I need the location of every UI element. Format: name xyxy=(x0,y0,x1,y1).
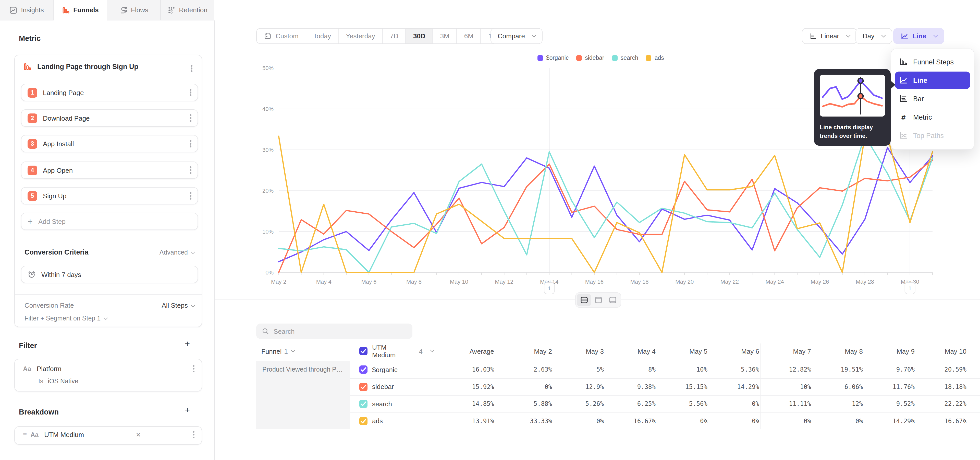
tab-retention[interactable]: Retention xyxy=(161,0,215,21)
column-header[interactable]: May 5 xyxy=(655,347,708,355)
funnel-step-4[interactable]: 4 App Open xyxy=(21,161,198,179)
menu-item-line[interactable]: Line xyxy=(895,72,970,89)
chevron-down-icon xyxy=(846,33,851,37)
insights-icon xyxy=(9,6,18,14)
tab-label: Funnels xyxy=(73,6,99,14)
chevron-down-icon xyxy=(291,348,295,352)
cell-value: 22.22% xyxy=(915,401,966,407)
breakdown-column-selector[interactable]: UTM Medium4 xyxy=(350,343,434,359)
filter-segment-toggle[interactable]: Filter + Segment on Step 1 xyxy=(24,315,107,322)
range-7d[interactable]: 7D xyxy=(383,29,406,43)
menu-item-metric[interactable]: # Metric xyxy=(895,109,970,126)
column-header[interactable]: May 4 xyxy=(604,347,655,355)
table-row[interactable]: ads13.91%33.33%0%16.67%0%0%0%0%14.29%16.… xyxy=(256,412,980,429)
menu-item-bar[interactable]: Bar xyxy=(895,90,970,107)
average-value: 13.91% xyxy=(434,418,500,425)
tab-insights[interactable]: Insights xyxy=(0,0,54,21)
cell-value: 19.51% xyxy=(811,366,863,373)
series-checkbox[interactable] xyxy=(360,383,368,391)
add-filter-button[interactable]: + xyxy=(185,339,190,348)
breakdown-card[interactable]: ≡ Aa UTM Medium ✕ xyxy=(14,426,202,445)
series-checkbox[interactable] xyxy=(360,366,368,374)
svg-text:1: 1 xyxy=(548,285,551,292)
range-3m[interactable]: 3M xyxy=(433,29,457,43)
step-menu-button[interactable] xyxy=(189,117,191,119)
step-menu-button[interactable] xyxy=(189,143,191,145)
funnel-steps-icon xyxy=(899,58,907,66)
conversion-rate-selector[interactable]: All Steps xyxy=(162,302,194,309)
step-menu-button[interactable] xyxy=(189,92,191,94)
panel-layout-toggles xyxy=(575,292,621,308)
step-menu-button[interactable] xyxy=(189,169,191,171)
column-header[interactable]: May 9 xyxy=(863,347,915,355)
table-header: Funnel1 UTM Medium4 Average May 2May 3Ma… xyxy=(256,343,980,359)
funnel-step-2[interactable]: 2 Download Page xyxy=(21,109,198,127)
series-checkbox[interactable] xyxy=(360,417,368,425)
tab-flows[interactable]: Flows xyxy=(107,0,161,21)
menu-item-funnel-steps[interactable]: Funnel Steps xyxy=(895,53,970,70)
scale-button[interactable]: Linear xyxy=(802,28,857,44)
step-menu-button[interactable] xyxy=(189,195,191,197)
breakdown-checkbox[interactable] xyxy=(360,347,368,355)
table-row[interactable]: search14.85%5.88%5.26%6.25%5.56%0%11.11%… xyxy=(256,395,980,412)
add-step-button[interactable]: + Add Step xyxy=(21,212,198,230)
tooltip-mini-chart xyxy=(820,75,885,117)
column-header[interactable]: May 6 xyxy=(708,347,759,355)
funnel-step-5[interactable]: 5 Sign Up xyxy=(21,187,198,204)
table-search[interactable]: Search xyxy=(256,324,412,339)
report-type-tabs: Insights Funnels Flows Retention xyxy=(0,0,215,21)
cell-value: 10% xyxy=(655,366,708,373)
compare-button[interactable]: Compare xyxy=(490,28,543,44)
breakdown-heading: Breakdown xyxy=(19,408,59,416)
funnel-step-3[interactable]: 3 App Install xyxy=(21,135,198,152)
range-30d[interactable]: 30D xyxy=(406,29,433,43)
cell-value: 11.76% xyxy=(863,383,915,390)
tab-funnels[interactable]: Funnels xyxy=(54,0,107,21)
cell-value: 5.36% xyxy=(708,366,759,373)
filter-menu-button[interactable] xyxy=(192,368,194,370)
add-step-label: Add Step xyxy=(38,217,65,225)
series-checkbox[interactable] xyxy=(360,400,368,408)
cell-value: 16.67% xyxy=(604,418,655,425)
advanced-toggle[interactable]: Advanced xyxy=(159,249,194,256)
table-row[interactable]: sidebar15.92%0%12.9%9.38%15.15%14.29%10%… xyxy=(256,378,980,395)
funnel-step-1[interactable]: 1 Landing Page xyxy=(21,84,198,101)
linear-scale-icon xyxy=(809,32,817,40)
add-breakdown-button[interactable]: + xyxy=(185,406,190,415)
range-custom[interactable]: Custom xyxy=(257,29,306,43)
cell-value: 2.63% xyxy=(500,366,552,373)
range-yesterday[interactable]: Yesterday xyxy=(339,29,383,43)
svg-text:10%: 10% xyxy=(262,228,274,235)
breakdown-menu-button[interactable] xyxy=(192,434,194,436)
funnel-column-selector[interactable]: Funnel1 xyxy=(256,347,350,355)
column-header[interactable]: May 3 xyxy=(552,347,604,355)
split-view-toggle[interactable] xyxy=(577,294,591,306)
conversion-window[interactable]: Within 7 days xyxy=(21,266,198,283)
funnel-menu-button[interactable] xyxy=(191,67,192,69)
funnel-group-cell[interactable]: Product Viewed through P… xyxy=(256,361,350,429)
svg-text:20%: 20% xyxy=(262,188,274,194)
step-label: Landing Page xyxy=(43,89,84,96)
table-view-toggle[interactable] xyxy=(605,294,620,306)
chevron-down-icon xyxy=(103,316,108,320)
chart-type-button[interactable]: Line xyxy=(893,28,944,44)
column-header[interactable]: May 8 xyxy=(811,347,863,355)
granularity-button[interactable]: Day xyxy=(856,28,892,44)
column-header[interactable]: May 2 xyxy=(500,347,552,355)
search-placeholder: Search xyxy=(274,327,294,335)
menu-item-top-paths[interactable]: Top Paths xyxy=(895,127,970,144)
column-header[interactable]: May 10 xyxy=(915,347,966,355)
svg-text:0%: 0% xyxy=(266,269,274,276)
range-6m[interactable]: 6M xyxy=(457,29,481,43)
chart-view-toggle[interactable] xyxy=(591,294,605,306)
close-icon[interactable]: ✕ xyxy=(136,431,141,438)
column-header[interactable]: May 7 xyxy=(759,347,811,355)
table-row[interactable]: $organic16.03%2.63%5%8%10%5.36%12.82%19.… xyxy=(256,361,980,378)
svg-text:May 18: May 18 xyxy=(630,279,649,285)
bar-chart-icon xyxy=(899,94,907,103)
drag-handle-icon[interactable]: ≡ xyxy=(23,431,27,439)
clock-icon xyxy=(27,270,36,279)
column-header-average[interactable]: Average xyxy=(434,347,500,355)
filter-card[interactable]: Aa Platform Is iOS Native xyxy=(14,359,202,391)
range-today[interactable]: Today xyxy=(306,29,339,43)
